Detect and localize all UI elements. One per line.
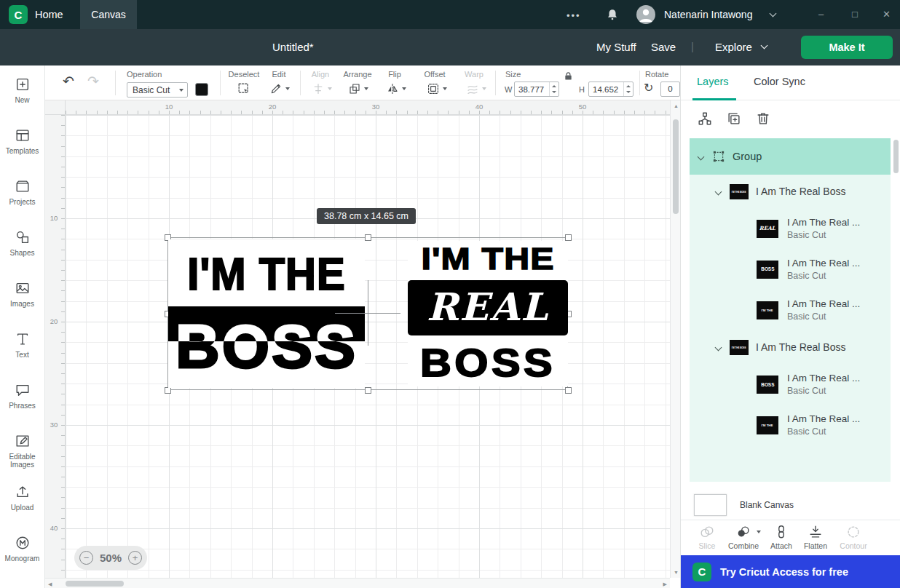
warp-icon	[466, 82, 479, 95]
edit-label: Edit	[264, 70, 294, 79]
duplicate-icon[interactable]	[726, 111, 742, 127]
canvas-color-swatch[interactable]	[694, 494, 727, 516]
attach-icon	[773, 524, 789, 540]
horizontal-scroll-thumb[interactable]	[66, 581, 124, 587]
resize-handle-bottom-middle[interactable]	[365, 387, 371, 394]
sidebar-item-monogram[interactable]: Monogram	[0, 527, 44, 578]
panel-scrollbar[interactable]	[893, 138, 899, 482]
flip-icon[interactable]	[386, 82, 399, 95]
make-it-button[interactable]: Make It	[801, 36, 893, 59]
edit-pencil-icon[interactable]	[269, 82, 283, 95]
rotate-icon[interactable]: ↻	[644, 82, 653, 94]
size-tooltip: 38.78 cm x 14.65 cm	[317, 208, 416, 224]
ruler-corner	[45, 100, 66, 115]
layer-row-item[interactable]: REAL I Am The Real ... Basic Cut	[690, 208, 891, 249]
redo-button[interactable]: ↷	[87, 74, 99, 88]
design-canvas[interactable]: 38.78 cm x 14.65 cm I'M THE BOSS BOSS I'…	[66, 115, 670, 578]
overflow-menu-icon[interactable]: •••	[567, 10, 581, 21]
notifications-bell-icon[interactable]	[606, 8, 619, 21]
delete-icon[interactable]	[755, 111, 771, 127]
vertical-scroll-thumb[interactable]	[673, 119, 679, 214]
sidebar-item-projects[interactable]: Projects	[0, 170, 44, 221]
user-menu-chevron-down-icon[interactable]	[770, 10, 777, 17]
cricut-access-banner[interactable]: C Try Cricut Access for free	[681, 555, 900, 588]
height-stepper[interactable]: 14.652	[588, 82, 633, 97]
layer-row-item[interactable]: I'M THE I Am The Real ... Basic Cut	[690, 405, 891, 445]
undo-button[interactable]: ↶	[63, 74, 74, 88]
menu-divider: |	[691, 40, 694, 52]
width-stepper[interactable]: 38.777	[514, 82, 559, 97]
edit-caret-icon[interactable]	[285, 87, 290, 90]
layer-row-subgroup-2[interactable]: I'M THE BOSS I Am The Real Boss	[690, 330, 891, 364]
home-button[interactable]: C Home	[6, 0, 77, 29]
layer-row-item[interactable]: I'M THE I Am The Real ... Basic Cut	[690, 290, 891, 330]
my-stuff-link[interactable]: My Stuff	[596, 41, 636, 53]
design-im-the-real-boss[interactable]: I'M THE REAL BOSS	[408, 241, 568, 386]
sidebar-item-shapes[interactable]: Shapes	[0, 221, 44, 272]
arrange-caret-icon[interactable]	[364, 87, 368, 90]
color-swatch[interactable]	[195, 83, 208, 96]
layer-operation: Basic Cut	[787, 386, 860, 396]
scroll-right-icon[interactable]: ▶	[663, 581, 667, 587]
flatten-icon	[808, 524, 824, 540]
canvas-horizontal-scrollbar[interactable]: ◀ ▶	[45, 578, 670, 588]
sidebar-item-phrases[interactable]: Phrases	[0, 374, 44, 425]
layer-row-subgroup-1[interactable]: I'M THE BOSS I Am The Real Boss	[690, 175, 891, 208]
resize-handle-bottom-right[interactable]	[565, 387, 572, 394]
blank-canvas-row[interactable]: Blank Canvas	[690, 490, 891, 520]
offset-icon[interactable]	[427, 82, 440, 95]
tab-layers[interactable]: Layers	[697, 76, 729, 87]
combine-button[interactable]: Combine	[723, 524, 764, 550]
tab-color-sync[interactable]: Color Sync	[754, 76, 805, 87]
explore-chevron-down-icon[interactable]	[761, 42, 768, 49]
window-close-button[interactable]: ✕	[883, 9, 891, 20]
stepper-arrows[interactable]	[549, 82, 558, 96]
scroll-down-icon[interactable]: ▼	[674, 570, 679, 575]
chevron-down-icon[interactable]	[715, 343, 722, 351]
resize-handle-top-right[interactable]	[565, 234, 572, 241]
scroll-up-icon[interactable]: ▲	[674, 103, 679, 108]
operation-dropdown[interactable]: Basic Cut	[127, 82, 188, 98]
ungroup-icon[interactable]	[697, 111, 713, 127]
cricut-logo-icon: C	[9, 5, 28, 24]
toolbar-divider	[300, 71, 301, 95]
layer-row-item[interactable]: BOSS I Am The Real ... Basic Cut	[690, 364, 891, 405]
scroll-left-icon[interactable]: ◀	[48, 581, 52, 587]
rotate-input[interactable]: 0	[660, 82, 680, 97]
deselect-button[interactable]	[237, 82, 250, 95]
arrange-icon[interactable]	[348, 82, 361, 95]
canvas-vertical-scrollbar[interactable]: ▲ ▼	[670, 100, 680, 578]
tab-canvas[interactable]: Canvas	[80, 0, 137, 29]
resize-handle-bottom-left[interactable]	[165, 387, 171, 394]
window-maximize-button[interactable]: □	[852, 9, 858, 20]
sidebar-item-text[interactable]: Text	[0, 323, 44, 374]
cursor-crosshair	[368, 280, 368, 346]
sidebar-item-upload[interactable]: Upload	[0, 476, 44, 527]
design-im-the-boss[interactable]: I'M THE BOSS BOSS	[168, 239, 365, 388]
offset-caret-icon[interactable]	[443, 87, 447, 90]
group-row-label: Group	[733, 151, 762, 162]
size-lock-icon[interactable]	[564, 71, 573, 81]
layer-row-item[interactable]: BOSS I Am The Real ... Basic Cut	[690, 249, 891, 290]
zoom-out-button[interactable]: −	[79, 551, 93, 565]
explore-link[interactable]: Explore	[715, 41, 752, 53]
flatten-button[interactable]: Flatten	[795, 524, 836, 550]
sidebar-item-images[interactable]: Images	[0, 272, 44, 323]
sidebar-item-editable-images[interactable]: Editable Images	[0, 425, 44, 476]
images-icon	[15, 280, 31, 296]
user-avatar[interactable]	[636, 5, 655, 24]
window-minimize-button[interactable]: –	[818, 9, 824, 20]
layer-row-group[interactable]: Group	[690, 138, 891, 175]
slice-button: Slice	[687, 524, 727, 550]
flip-caret-icon[interactable]	[402, 87, 406, 90]
resize-handle-top-middle[interactable]	[365, 234, 371, 241]
sidebar-item-new[interactable]: New	[0, 68, 44, 119]
chevron-down-icon[interactable]	[715, 188, 722, 195]
stepper-arrows[interactable]	[623, 82, 633, 96]
chevron-down-icon[interactable]	[698, 153, 705, 160]
sidebar-item-templates[interactable]: Templates	[0, 119, 44, 170]
cricut-access-logo-icon: C	[692, 563, 711, 581]
zoom-in-button[interactable]: +	[128, 551, 142, 565]
save-link[interactable]: Save	[651, 41, 676, 53]
panel-scroll-thumb[interactable]	[893, 140, 899, 173]
